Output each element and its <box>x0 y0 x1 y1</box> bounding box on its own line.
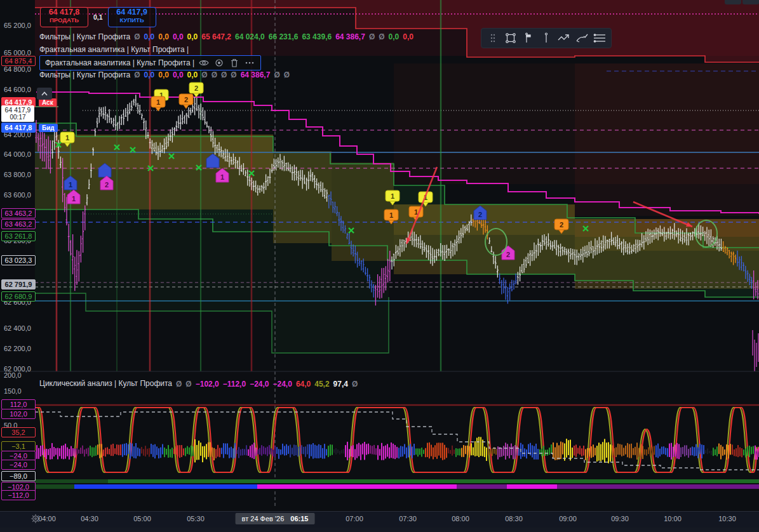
chevron-up-icon <box>41 91 48 96</box>
time-label: 05:30 <box>187 515 205 522</box>
price-label: 64 875,4 <box>1 56 36 66</box>
oscillator-value: −24,0 <box>273 380 292 389</box>
countdown-box: 64 417,9 00:17 <box>1 105 34 122</box>
legend-row-0[interactable]: Фильтры | Культ ПрофитаØ0,00,00,00,065 6… <box>39 31 413 43</box>
svg-text:2: 2 <box>105 181 109 189</box>
rectangle-tool-icon[interactable] <box>503 30 518 46</box>
legend-value: 0,0 <box>187 70 198 79</box>
long-position-tool-icon[interactable] <box>521 30 536 46</box>
time-label: 04:00 <box>38 515 56 522</box>
time-label: 08:30 <box>505 515 523 522</box>
oscillator-value: 97,4 <box>333 380 348 389</box>
legend-value: Ø <box>212 70 217 79</box>
price-label: 64 600,0 <box>4 86 31 93</box>
price-label: 65 200,0 <box>4 22 31 29</box>
legend-value: Ø <box>201 70 207 79</box>
price-label: 112,0 <box>1 399 36 409</box>
legend-value: 63 439,6 <box>302 32 332 41</box>
legend-row-title: Фрактальная аналитика | Культ Профита | <box>39 45 189 54</box>
price-label: 63 463,2 <box>1 208 36 218</box>
time-label: 05:00 <box>133 515 151 522</box>
time-label: 10:30 <box>718 515 736 522</box>
window-control-partial[interactable] <box>742 0 759 4</box>
svg-text:1: 1 <box>72 195 76 203</box>
legend-row-1[interactable]: Фрактальная аналитика | Культ Профита | <box>39 44 189 55</box>
svg-text:2: 2 <box>560 221 563 229</box>
time-axis[interactable]: 04:0004:3005:0005:3007:0007:3008:0008:30… <box>0 511 759 528</box>
price-label: 62 400,0 <box>4 324 31 332</box>
svg-text:1: 1 <box>65 134 69 142</box>
oscillator-value: Ø <box>176 380 182 389</box>
countdown-price: 64 417,9 <box>1 106 34 114</box>
svg-text:1: 1 <box>391 192 394 200</box>
price-label: −112,0 <box>1 490 36 500</box>
sell-label: ПРОДАТЬ <box>41 17 88 23</box>
drawing-toolbar <box>481 28 612 48</box>
legend-value: 0,0 <box>173 32 184 41</box>
price-label: −24,0 <box>1 460 36 470</box>
svg-text:1: 1 <box>156 98 160 106</box>
oscillator-value: −102,0 <box>196 380 219 389</box>
price-label: 102,0 <box>1 409 36 419</box>
price-label: 63 800,0 <box>4 171 31 178</box>
price-label: 64 417,8 <box>1 123 36 133</box>
vertical-line-tool-icon[interactable] <box>539 30 554 46</box>
legend-value: 0,0 <box>144 70 155 79</box>
svg-text:1: 1 <box>69 181 72 189</box>
price-label: 62 680,9 <box>1 291 36 302</box>
time-label: 07:00 <box>346 515 363 522</box>
time-label: 09:00 <box>559 515 577 522</box>
legend-value: Ø <box>134 70 140 79</box>
legend-row-2[interactable]: Фрактальная аналитика | Культ Профита | <box>39 55 261 70</box>
crosshair-date: вт 24 Фев '26 <box>242 515 285 522</box>
legend-row-title: Фильтры | Культ Профита <box>39 32 130 41</box>
svg-text:1: 1 <box>220 173 224 181</box>
svg-text:2: 2 <box>506 251 510 258</box>
legend-row-3[interactable]: Фильтры | Культ ПрофитаØ0,00,00,00,0ØØØØ… <box>39 69 290 81</box>
price-label: 62 200,0 <box>4 345 31 352</box>
oscillator-value: Ø <box>185 380 191 389</box>
more-icon[interactable] <box>244 58 255 67</box>
legend-value: 0,0 <box>403 32 413 41</box>
pattern-lines-tool-icon[interactable] <box>592 30 607 46</box>
target-icon[interactable] <box>213 58 225 67</box>
oscillator-value: 45,2 <box>314 380 329 389</box>
price-label: 64 000,0 <box>4 150 31 158</box>
price-label: −3,1 <box>1 441 36 451</box>
trash-icon[interactable] <box>229 58 240 67</box>
legend-value: 0,0 <box>158 32 169 41</box>
bottom-strip <box>0 528 759 532</box>
legend-value: Ø <box>284 70 290 79</box>
legend-value: Ø <box>134 32 140 41</box>
price-label: −89,0 <box>1 471 36 481</box>
legend-value: 0,0 <box>144 32 155 41</box>
collapse-legend-button[interactable] <box>37 88 52 100</box>
time-label: 10:00 <box>664 515 682 522</box>
legend-value: 0,0 <box>389 32 400 41</box>
eye-icon[interactable] <box>198 58 210 67</box>
legend-value: 66 231,6 <box>269 32 299 41</box>
brush-tool-icon[interactable] <box>574 30 589 46</box>
time-label: 09:30 <box>611 515 629 522</box>
crosshair-time: 06:15 <box>290 515 308 522</box>
window-control-partial[interactable] <box>725 0 741 4</box>
oscillator-legend-row[interactable]: Циклический анализ | Культ Профита ØØ−10… <box>39 378 361 389</box>
legend-value: 0,0 <box>173 70 184 79</box>
buy-label: КУПИТЬ <box>109 17 156 23</box>
oscillator-values: ØØ−102,0−112,0−24,0−24,064,045,297,4Ø <box>176 378 361 389</box>
svg-text:2: 2 <box>194 84 198 92</box>
price-label: 35,2 <box>1 427 36 437</box>
trading-platform: 1121112112121212 65 200,065 000,064 875,… <box>0 0 759 532</box>
buy-button[interactable]: 64 417,9 КУПИТЬ <box>108 7 156 27</box>
trend-arrow-tool-icon[interactable] <box>556 30 572 46</box>
legend-value: 0,0 <box>187 32 198 41</box>
drag-handle-icon[interactable] <box>485 30 500 46</box>
legend-value: Ø <box>379 32 384 41</box>
legend-value: 0,0 <box>158 70 169 79</box>
sell-button[interactable]: 64 417,8 ПРОДАТЬ <box>40 7 88 27</box>
legend-value: Ø <box>274 70 279 79</box>
osc-red-curve <box>35 408 759 472</box>
price-label: 63 023,3 <box>1 255 36 265</box>
countdown-time: 00:17 <box>1 114 34 121</box>
trade-panel: 64 417,8 ПРОДАТЬ 0,1 64 417,9 КУПИТЬ <box>40 7 156 27</box>
